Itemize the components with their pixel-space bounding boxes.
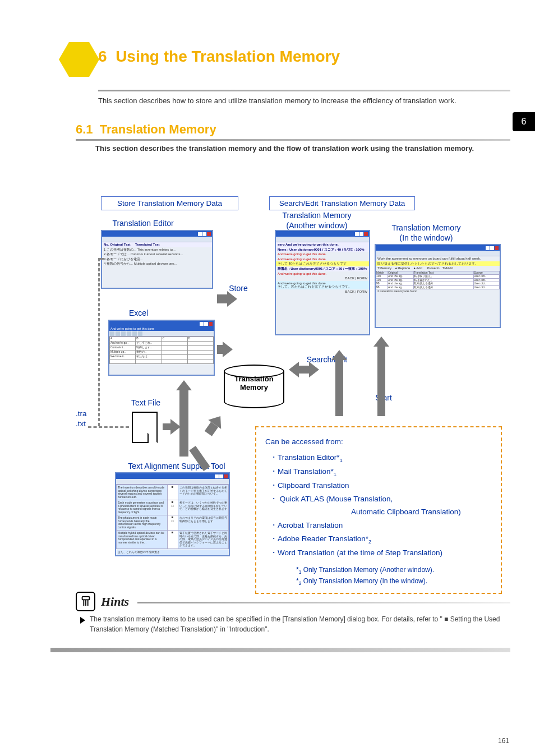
tm-in-window-label: Translation Memory (In the window)	[381, 223, 471, 243]
page-number-bottom: 161	[498, 737, 509, 745]
arrow-icon	[179, 400, 188, 457]
access-item: Acrobat Translation	[270, 519, 492, 532]
svg-rect-0	[82, 596, 89, 600]
chapter-subtitle: This section describes how to store and …	[98, 95, 502, 107]
access-item: Clipboard Translation	[270, 479, 492, 492]
tm-in-window-line2: (In the window)	[400, 233, 453, 242]
arrow-icon	[217, 345, 223, 354]
hexagon-decor	[36, 66, 70, 95]
section-title: 6.1 Translation Memory	[76, 122, 216, 137]
access-note: *2 Only Translation Memory (In the windo…	[296, 576, 492, 587]
hexagon-decor	[31, 34, 64, 63]
dashed-connector	[88, 426, 129, 428]
divider	[50, 648, 510, 652]
access-item: Mail Translation*1	[270, 465, 492, 479]
hexagon-decor	[59, 42, 99, 77]
excel-screenshot: And we're going to get this done ABCD An…	[108, 320, 215, 376]
hints-icon	[76, 592, 95, 611]
page-tab: 6	[513, 112, 535, 131]
section-title-text: Translation Memory	[100, 122, 216, 136]
dashed-connector	[98, 258, 104, 260]
tm-in-window-screenshot: Work the agreement so everyone on board …	[375, 244, 501, 328]
hints-label: Hints	[101, 594, 129, 609]
file-ext-tra: .tra	[76, 409, 87, 418]
access-item: Adobe Reader Translation*2	[270, 532, 492, 546]
chapter-title-text: Using the Translation Memory	[116, 48, 340, 65]
section-number: 6.1	[76, 122, 93, 136]
tm-another-window-line2: (Another window)	[287, 221, 348, 230]
arrow-icon	[163, 423, 170, 430]
translation-editor-label: Translation Editor	[107, 219, 179, 228]
access-item: Quick ATLAS (Mouse Translation, Automati…	[270, 492, 492, 519]
double-arrow-icon	[299, 366, 309, 374]
arrow-icon	[217, 294, 227, 303]
text-file-label: Text File	[123, 398, 168, 407]
bullet-arrow-icon	[80, 617, 85, 624]
tm-another-window-line1: Translation Memory	[282, 211, 351, 220]
divider	[137, 602, 510, 603]
arrow-icon	[179, 390, 188, 400]
access-note: *1 Only Translation Memory (Another wind…	[296, 565, 492, 576]
tm-another-window-screenshot: sero And we're going to get this done. N…	[275, 230, 370, 335]
dashed-connector	[98, 258, 100, 426]
search-tm-box: Search/Edit Translation Memory Data	[269, 196, 415, 210]
access-title: Can be accessed from:	[265, 435, 492, 449]
alignment-tool-screenshot: The invention describes a multi-mode opt…	[115, 472, 230, 556]
store-tm-box: Store Translation Memory Data	[101, 196, 238, 210]
chapter-number: 6	[98, 48, 107, 65]
architecture-diagram: Store Translation Memory Data Search/Edi…	[76, 196, 508, 584]
text-file-icon	[132, 412, 158, 443]
can-access-box: Can be accessed from: Translation Editor…	[255, 426, 502, 594]
file-ext-txt: .txt	[76, 420, 86, 428]
cylinder-line2: Memory	[240, 383, 268, 391]
tm-another-window-label: Translation Memory (Another window)	[272, 211, 362, 231]
divider	[76, 139, 510, 141]
arrow-icon	[205, 422, 219, 436]
excel-label: Excel	[122, 308, 155, 317]
chapter-title: 6 Using the Translation Memory	[98, 48, 340, 66]
arrow-icon	[335, 360, 343, 416]
translation-memory-db: Translation Memory	[224, 365, 284, 408]
arrow-icon	[377, 347, 385, 416]
section-lead: This section describes the translation m…	[95, 143, 505, 155]
hints-text: The translation memory items to be used …	[90, 614, 505, 634]
tm-in-window-line1: Translation Memory	[391, 223, 460, 232]
alignment-tool-label: Text Alignment Support Tool	[118, 462, 236, 471]
divider	[98, 90, 510, 91]
access-item: Translation Editor*1	[270, 451, 492, 465]
translation-editor-screenshot: No. Original Text Translated Text 1 この発明…	[101, 230, 213, 289]
cylinder-line1: Translation	[234, 375, 273, 383]
access-item: Word Translation (at the time of Step Tr…	[270, 546, 492, 560]
